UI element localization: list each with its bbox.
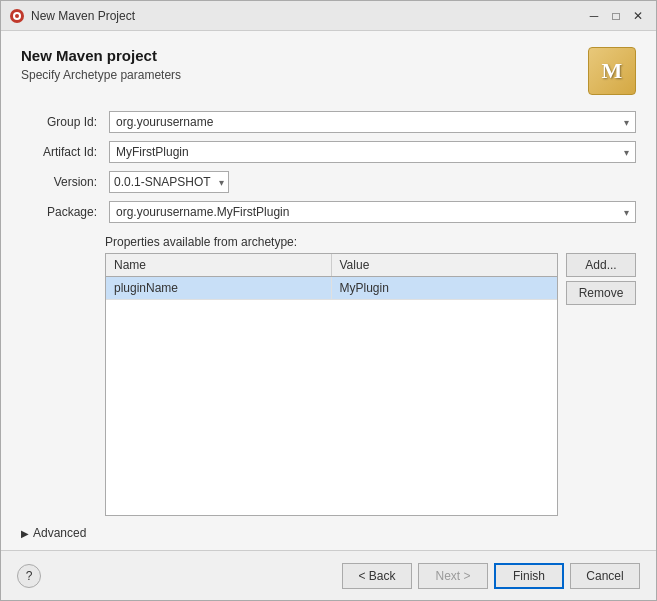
properties-label: Properties available from archetype: xyxy=(105,235,636,249)
svg-point-2 xyxy=(15,14,19,18)
header-text: New Maven project Specify Archetype para… xyxy=(21,47,181,82)
properties-section: Name Value pluginName MyPlugin Add... Re… xyxy=(105,253,636,516)
table-body: pluginName MyPlugin xyxy=(106,277,557,515)
minimize-button[interactable]: ─ xyxy=(584,6,604,26)
package-value: org.yourusername.MyFirstPlugin xyxy=(116,205,620,219)
row-name-cell: pluginName xyxy=(106,277,332,299)
remove-button[interactable]: Remove xyxy=(566,281,636,305)
group-id-label: Group Id: xyxy=(21,115,101,129)
properties-buttons: Add... Remove xyxy=(566,253,636,516)
package-label: Package: xyxy=(21,205,101,219)
cancel-button[interactable]: Cancel xyxy=(570,563,640,589)
form-fields: Group Id: org.yourusername ▾ Artifact Id… xyxy=(21,111,636,223)
advanced-arrow-icon: ▶ xyxy=(21,528,29,539)
footer: ? < Back Next > Finish Cancel xyxy=(1,550,656,600)
artifact-id-value: MyFirstPlugin xyxy=(116,145,620,159)
app-icon xyxy=(9,8,25,24)
group-id-dropdown-arrow: ▾ xyxy=(624,117,629,128)
package-dropdown-arrow: ▾ xyxy=(624,207,629,218)
version-value: 0.0.1-SNAPSHOT xyxy=(114,175,211,189)
artifact-id-dropdown-arrow: ▾ xyxy=(624,147,629,158)
table-header: Name Value xyxy=(106,254,557,277)
group-id-input[interactable]: org.yourusername ▾ xyxy=(109,111,636,133)
main-window: New Maven Project ─ □ ✕ New Maven projec… xyxy=(0,0,657,601)
row-value-cell: MyPlugin xyxy=(332,277,558,299)
version-label: Version: xyxy=(21,175,101,189)
footer-buttons: < Back Next > Finish Cancel xyxy=(342,563,640,589)
next-button[interactable]: Next > xyxy=(418,563,488,589)
window-controls: ─ □ ✕ xyxy=(584,6,648,26)
maximize-button[interactable]: □ xyxy=(606,6,626,26)
close-button[interactable]: ✕ xyxy=(628,6,648,26)
title-bar: New Maven Project ─ □ ✕ xyxy=(1,1,656,31)
maven-icon: M xyxy=(588,47,636,95)
table-row[interactable]: pluginName MyPlugin xyxy=(106,277,557,300)
dialog-title: New Maven project xyxy=(21,47,181,64)
finish-button[interactable]: Finish xyxy=(494,563,564,589)
version-select[interactable]: 0.0.1-SNAPSHOT ▾ xyxy=(109,171,229,193)
version-dropdown-arrow: ▾ xyxy=(219,177,224,188)
advanced-label: Advanced xyxy=(33,526,86,540)
window-title: New Maven Project xyxy=(31,9,584,23)
help-button[interactable]: ? xyxy=(17,564,41,588)
advanced-section: ▶ Advanced xyxy=(21,526,636,540)
advanced-toggle[interactable]: ▶ Advanced xyxy=(21,526,636,540)
artifact-id-input[interactable]: MyFirstPlugin ▾ xyxy=(109,141,636,163)
version-row: 0.0.1-SNAPSHOT ▾ xyxy=(109,171,636,193)
col-value-header: Value xyxy=(332,254,558,276)
dialog-content: New Maven project Specify Archetype para… xyxy=(1,31,656,550)
dialog-subtitle: Specify Archetype parameters xyxy=(21,68,181,82)
header-section: New Maven project Specify Archetype para… xyxy=(21,47,636,95)
artifact-id-label: Artifact Id: xyxy=(21,145,101,159)
properties-table: Name Value pluginName MyPlugin xyxy=(105,253,558,516)
col-name-header: Name xyxy=(106,254,332,276)
back-button[interactable]: < Back xyxy=(342,563,412,589)
group-id-value: org.yourusername xyxy=(116,115,620,129)
package-input[interactable]: org.yourusername.MyFirstPlugin ▾ xyxy=(109,201,636,223)
add-button[interactable]: Add... xyxy=(566,253,636,277)
